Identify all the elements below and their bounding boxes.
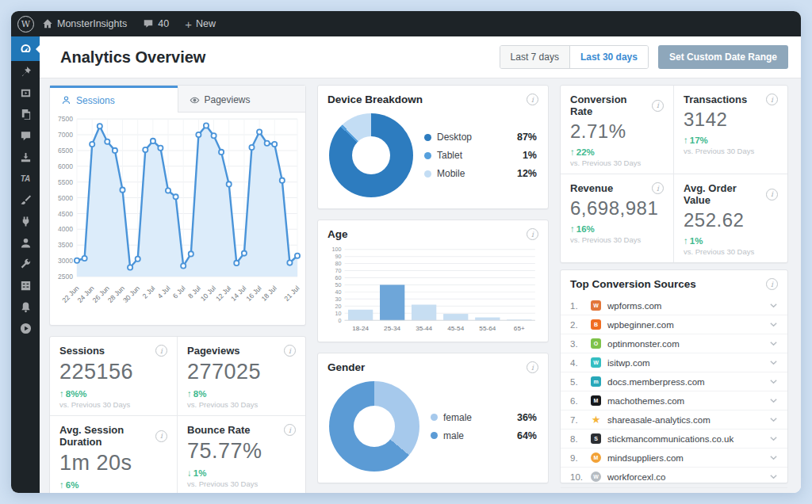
- svg-text:4000: 4000: [58, 225, 73, 233]
- chevron-down-icon[interactable]: [769, 453, 778, 462]
- info-icon[interactable]: [155, 430, 167, 442]
- sidebar-item-downloads[interactable]: [11, 147, 40, 168]
- svg-text:18-24: 18-24: [352, 326, 370, 333]
- site-favicon: M: [591, 452, 601, 463]
- age-bar-chart: 010203040506070809010018-2425-3435-4445-…: [318, 245, 548, 345]
- sidebar-item-media[interactable]: [11, 82, 40, 104]
- site-name: MonsterInsights: [57, 18, 127, 29]
- source-row-machothemes[interactable]: 6.Mmachothemes.com: [561, 391, 787, 410]
- info-icon[interactable]: [284, 345, 296, 357]
- svg-text:7000: 7000: [58, 131, 73, 139]
- chevron-down-icon[interactable]: [769, 339, 778, 348]
- info-icon[interactable]: [652, 182, 664, 194]
- admin-bar-new[interactable]: + New: [177, 11, 224, 36]
- chevron-down-icon[interactable]: [769, 415, 778, 424]
- chevron-down-icon[interactable]: [769, 358, 778, 367]
- source-row-optinmonster[interactable]: 3.Ooptinmonster.com: [561, 334, 787, 353]
- stat-conversion-rate: Conversion Rate 2.71% ↑22% vs. Previous …: [561, 86, 674, 174]
- wordpress-logo-icon[interactable]: W: [17, 16, 34, 32]
- sidebar-item-comments[interactable]: [11, 125, 40, 147]
- up-arrow-icon: ↑: [684, 136, 688, 145]
- svg-text:5000: 5000: [58, 194, 73, 202]
- info-icon[interactable]: [527, 228, 538, 240]
- svg-text:0: 0: [338, 318, 341, 323]
- svg-text:12 Jul: 12 Jul: [214, 284, 232, 303]
- ta-badge-icon: TA: [21, 174, 31, 183]
- chevron-down-icon[interactable]: [769, 377, 778, 386]
- svg-text:6 Jul: 6 Jul: [171, 284, 187, 300]
- chevron-down-icon[interactable]: [769, 320, 778, 329]
- sidebar-item-tools[interactable]: [11, 254, 40, 275]
- play-circle-icon: [20, 323, 32, 334]
- site-favicon: B: [591, 319, 601, 330]
- user-icon: [20, 237, 32, 249]
- source-row-shareasale[interactable]: 7.★shareasale-analytics.com: [561, 410, 787, 429]
- svg-text:10 Jul: 10 Jul: [199, 284, 217, 303]
- source-row-wpforms[interactable]: 1.Wwpforms.com: [561, 296, 787, 315]
- dashboard-content: Sessions Pageviews 250030003500400045005…: [40, 78, 801, 493]
- source-row-memberpress[interactable]: 5.mdocs.memberpress.com: [561, 372, 787, 391]
- source-row-isitwp[interactable]: 4.Wisitwp.com: [561, 353, 787, 372]
- last-30-days-button[interactable]: Last 30 days: [570, 46, 648, 68]
- chevron-down-icon[interactable]: [769, 301, 778, 310]
- sidebar-item-posts[interactable]: [11, 61, 40, 82]
- sidebar-item-appearance[interactable]: [11, 189, 40, 211]
- source-row-workforcexl[interactable]: 10.Wworkforcexl.co: [561, 467, 787, 486]
- svg-text:5500: 5500: [58, 178, 73, 186]
- sidebar-item-video[interactable]: [11, 318, 40, 339]
- sidebar-item-settings[interactable]: [11, 275, 40, 296]
- star-favicon: ★: [591, 414, 601, 425]
- info-icon[interactable]: [766, 278, 778, 290]
- info-icon[interactable]: [155, 345, 167, 357]
- info-icon[interactable]: [652, 100, 664, 112]
- svg-text:50: 50: [335, 282, 342, 288]
- last-7-days-button[interactable]: Last 7 days: [500, 46, 570, 68]
- info-icon[interactable]: [527, 94, 538, 105]
- settings-panel-icon: [20, 280, 32, 292]
- sidebar-item-dashboard[interactable]: [11, 36, 40, 61]
- device-donut-chart: [329, 113, 413, 197]
- person-icon: [61, 95, 71, 105]
- sidebar-item-ta[interactable]: TA: [11, 168, 40, 189]
- source-row-wpbeginner[interactable]: 2.Bwpbeginner.com: [561, 315, 787, 334]
- info-icon[interactable]: [527, 361, 538, 373]
- download-icon: [20, 151, 32, 163]
- sidebar-item-plugins[interactable]: [11, 211, 40, 232]
- tab-pageviews[interactable]: Pageviews: [178, 86, 306, 113]
- sidebar-item-notifications[interactable]: [11, 296, 40, 318]
- site-favicon: O: [591, 338, 601, 349]
- gender-donut-chart: [329, 381, 419, 472]
- legend-dot: [424, 134, 431, 141]
- stat-avg-order-value: Avg. Order Value 252.62 ↑1% vs. Previous…: [674, 174, 787, 262]
- source-row-stickman[interactable]: 8.Sstickmancommunications.co.uk: [561, 429, 787, 448]
- pushpin-icon: [20, 66, 32, 78]
- plug-icon: [20, 216, 32, 227]
- svg-text:6500: 6500: [58, 147, 73, 155]
- info-icon[interactable]: [766, 189, 778, 200]
- set-custom-date-range-button[interactable]: Set Custom Date Range: [658, 45, 788, 69]
- chevron-down-icon[interactable]: [769, 472, 778, 481]
- info-icon[interactable]: [766, 94, 778, 105]
- chart-tabs: Sessions Pageviews: [50, 86, 305, 113]
- eye-icon: [190, 95, 200, 105]
- admin-bar-comments[interactable]: 40: [135, 11, 177, 36]
- info-icon[interactable]: [284, 424, 296, 436]
- sidebar-item-pages[interactable]: [11, 104, 40, 125]
- tab-sessions[interactable]: Sessions: [50, 86, 178, 113]
- chevron-down-icon[interactable]: [769, 434, 778, 443]
- up-arrow-icon: ↑: [59, 389, 64, 399]
- site-favicon: W: [591, 472, 601, 482]
- sidebar-item-users[interactable]: [11, 232, 40, 254]
- admin-bar-site[interactable]: MonsterInsights: [34, 11, 135, 36]
- svg-text:80: 80: [335, 261, 342, 266]
- ecommerce-stats-grid: Conversion Rate 2.71% ↑22% vs. Previous …: [560, 85, 788, 263]
- svg-text:20: 20: [335, 304, 342, 309]
- stat-sessions: Sessions 225156 ↑8%% vs. Previous 30 Day…: [50, 337, 178, 416]
- wordpress-admin-window: W MonsterInsights 40 + New: [11, 11, 801, 493]
- age-panel: Age 010203040506070809010018-2425-3435-4…: [317, 220, 549, 342]
- site-favicon: W: [591, 357, 601, 368]
- stat-bounce-rate: Bounce Rate 75.77% ↓1% vs. Previous 30 D…: [178, 416, 305, 493]
- svg-text:60: 60: [335, 275, 342, 281]
- chevron-down-icon[interactable]: [769, 396, 778, 405]
- source-row-mindsuppliers[interactable]: 9.Mmindsuppliers.com: [561, 448, 787, 467]
